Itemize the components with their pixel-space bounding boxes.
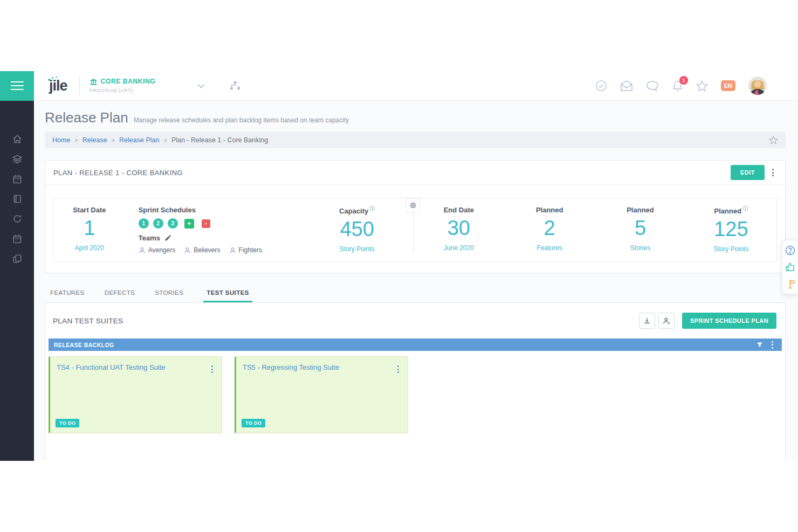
info-icon[interactable]	[370, 206, 375, 211]
sidebar-item-backlog-layers-icon[interactable]	[12, 154, 22, 164]
sidebar-item-copy-icon[interactable]	[12, 254, 22, 264]
team-link-believers[interactable]: Believers	[184, 246, 220, 254]
plan-panel-kebab-icon[interactable]	[769, 167, 777, 178]
test-suites-header: PLAN TEST SUITES SPRINT SCHEDULE PLAN	[45, 303, 785, 338]
page-subtitle: Manage release schedules and plan backlo…	[134, 116, 349, 124]
release-backlog-bar: RELEASE BACKLOG	[49, 338, 782, 351]
planned-features-value: 2	[504, 217, 595, 240]
test-suite-card-title[interactable]: TS5 - Regressing Testing Suite	[243, 363, 343, 372]
sidebar-item-refresh-icon[interactable]	[12, 214, 22, 224]
page-head: Release Plan Manage release schedules an…	[45, 109, 786, 126]
start-date-stat: Start Date 1 April 2020	[54, 205, 125, 254]
capacity-value: 450	[301, 218, 413, 241]
gear-icon[interactable]	[406, 198, 420, 212]
capacity-label: Capacity	[301, 206, 413, 215]
check-circle-icon[interactable]	[595, 80, 607, 92]
user-icon	[139, 247, 146, 254]
plan-tabs: FEATURES DEFECTS STORIES TEST SUITES	[45, 289, 786, 302]
sprint-3-badge[interactable]: 3	[168, 218, 178, 229]
test-suites-actions: SPRINT SCHEDULE PLAN	[639, 313, 776, 329]
page-title: Release Plan	[45, 109, 128, 126]
card-kebab-icon[interactable]	[208, 363, 216, 375]
planned-features-stat: Planned 2 Features	[504, 205, 595, 254]
edit-teams-pencil-icon[interactable]	[164, 234, 171, 241]
inbox-icon[interactable]	[620, 80, 633, 92]
tab-test-suites[interactable]: TEST SUITES	[203, 289, 252, 302]
language-badge[interactable]: EN	[721, 80, 735, 91]
planned-story-points-unit: Story Points	[686, 245, 776, 253]
sidebar-item-home[interactable]	[12, 134, 22, 144]
sidebar-item-notebook-icon[interactable]	[12, 194, 22, 204]
start-date-label: Start Date	[54, 206, 125, 214]
breadcrumb-release[interactable]: Release	[82, 136, 107, 144]
remove-sprint-button[interactable]: -	[202, 219, 210, 228]
hamburger-menu-icon[interactable]	[0, 71, 34, 101]
notification-badge: 1	[679, 76, 688, 85]
end-date-stat: End Date 30 June 2020	[414, 205, 504, 254]
breadcrumb-current: Plan - Release 1 - Core Banking	[171, 136, 268, 144]
test-suite-card[interactable]: TS5 - Regressing Testing Suite TO DO	[235, 356, 408, 433]
chevron-down-icon[interactable]	[197, 84, 205, 88]
test-suite-card[interactable]: TS4 - Functional UAT Testing Suite TO DO	[49, 356, 222, 433]
org-chart-icon[interactable]	[230, 81, 240, 91]
info-icon[interactable]	[743, 206, 748, 211]
card-kebab-icon[interactable]	[394, 363, 402, 375]
add-sprint-button[interactable]: +	[184, 219, 194, 229]
sprint-schedule-plan-button[interactable]: SPRINT SCHEDULE PLAN	[682, 313, 776, 329]
sprint-1-badge[interactable]: 1	[139, 218, 149, 229]
user-icon	[229, 247, 236, 254]
sidebar-nav	[0, 101, 34, 461]
backlog-kebab-icon[interactable]	[768, 339, 776, 351]
assign-user-button[interactable]	[658, 313, 675, 329]
end-date-month: June 2020	[414, 244, 504, 252]
planned-stories-value: 5	[595, 217, 685, 240]
status-badge: TO DO	[56, 419, 79, 427]
release-backlog-title: RELEASE BACKLOG	[54, 342, 114, 348]
edit-button[interactable]: EDIT	[731, 165, 765, 180]
tab-features[interactable]: FEATURES	[50, 289, 85, 302]
test-suite-card-title[interactable]: TS4 - Functional UAT Testing Suite	[57, 363, 170, 372]
breadcrumb-separator: >	[112, 137, 115, 143]
team-link-fighters[interactable]: Fighters	[229, 246, 262, 254]
tab-defects[interactable]: DEFECTS	[105, 289, 135, 302]
backlog-actions	[756, 339, 776, 351]
sidebar-item-calendar-icon[interactable]	[12, 174, 22, 184]
breadcrumb-home[interactable]: Home	[52, 136, 70, 144]
planned-story-points-stat: Planned 125 Story Points	[686, 205, 776, 254]
bell-icon[interactable]: 1	[672, 80, 683, 92]
planned-story-points-label: Planned	[686, 206, 776, 215]
sprint-2-badge[interactable]: 2	[153, 218, 163, 229]
star-icon[interactable]	[696, 80, 708, 92]
backlog-cards: TS4 - Functional UAT Testing Suite TO DO…	[45, 351, 785, 433]
main-content: Release Plan Manage release schedules an…	[34, 101, 798, 461]
help-icon[interactable]	[785, 245, 795, 255]
teams-label: Teams	[139, 234, 160, 242]
capacity-stat: Capacity 450 Story Points	[301, 205, 414, 254]
planned-stories-stat: Planned 5 Stories	[595, 205, 685, 254]
test-suites-title: PLAN TEST SUITES	[53, 317, 123, 325]
bank-icon	[90, 78, 98, 86]
avatar[interactable]	[748, 77, 767, 95]
capacity-unit: Story Points	[301, 245, 413, 253]
sidebar-item-schedule-icon[interactable]	[12, 234, 22, 244]
tab-stories[interactable]: STORIES	[155, 289, 183, 302]
test-suites-panel: PLAN TEST SUITES SPRINT SCHEDULE PLAN RE…	[45, 302, 786, 461]
favorite-star-icon[interactable]	[769, 136, 778, 144]
breadcrumb-separator: >	[163, 137, 167, 143]
chat-icon[interactable]	[646, 80, 659, 92]
app-header: jile CORE BANKING PROGRAM (ART) 1	[0, 71, 798, 101]
program-selector[interactable]: CORE BANKING PROGRAM (ART)	[90, 78, 156, 94]
planned-story-points-value: 125	[686, 218, 776, 241]
filter-icon[interactable]	[756, 342, 763, 348]
team-link-avengers[interactable]: Avengers	[139, 246, 175, 254]
signpost-icon[interactable]	[785, 279, 795, 289]
team-name: Avengers	[148, 246, 175, 254]
breadcrumb-separator: >	[74, 137, 78, 143]
sprint-badges: 1 2 3 + -	[139, 218, 301, 229]
thumbs-up-icon[interactable]	[785, 262, 795, 272]
download-button[interactable]	[639, 313, 655, 329]
planned-stories-unit: Stories	[595, 244, 685, 252]
breadcrumb-release-plan[interactable]: Release Plan	[119, 136, 159, 144]
plan-panel: PLAN - RELEASE 1 - CORE BANKING EDIT Sta…	[45, 160, 786, 273]
team-name: Fighters	[239, 246, 262, 254]
